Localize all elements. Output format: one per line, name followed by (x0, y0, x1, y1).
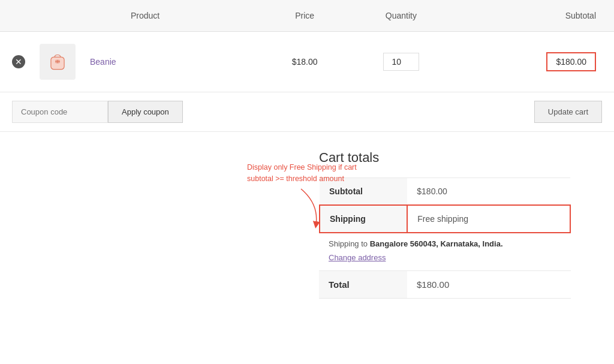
product-name-cell: Beanie (83, 32, 262, 92)
coupon-input[interactable] (12, 101, 108, 123)
col-remove-header (0, 0, 32, 32)
shipping-value: Free shipping (407, 205, 570, 233)
coupon-section: Apply coupon (12, 101, 183, 123)
product-link[interactable]: Beanie (90, 57, 116, 67)
product-subtotal-cell: $180.00 (455, 32, 614, 92)
total-table: Total $180.00 (319, 270, 571, 299)
apply-coupon-button[interactable]: Apply coupon (108, 101, 183, 123)
cart-totals-section: Display only Free Shipping if cart subto… (0, 132, 614, 317)
col-image-header (32, 0, 83, 32)
shipping-row: Shipping Free shipping (320, 205, 570, 233)
annotation-text: Display only Free Shipping if cart subto… (247, 162, 361, 185)
total-label: Total (319, 271, 407, 299)
totals-table: Subtotal $180.00 Shipping Free shipping (319, 178, 571, 233)
coupon-row: Apply coupon Update cart (0, 92, 614, 132)
remove-item-button[interactable]: ✕ (12, 55, 25, 68)
product-image-cell (32, 32, 83, 92)
total-value: $180.00 (407, 271, 571, 299)
annotation-arrow (295, 186, 343, 234)
product-quantity-cell (347, 32, 455, 92)
update-cart-button[interactable]: Update cart (534, 101, 602, 123)
table-row: ✕ Beanie (0, 32, 614, 92)
shipping-address-bold: Bangalore 560043, Karnataka, India. (370, 239, 503, 248)
remove-cell: ✕ (0, 32, 32, 92)
product-icon (46, 50, 69, 73)
subtotal-value: $180.00 (546, 52, 596, 71)
product-price-cell: $18.00 (262, 32, 347, 92)
col-product-header: Product (83, 0, 262, 32)
quantity-input[interactable] (383, 53, 419, 71)
col-quantity-header: Quantity (347, 0, 455, 32)
col-price-header: Price (262, 0, 347, 32)
change-address-link[interactable]: Change address (319, 251, 571, 270)
col-subtotal-header: Subtotal (455, 0, 614, 32)
shipping-address: Shipping to Bangalore 560043, Karnataka,… (319, 233, 571, 251)
product-image (40, 44, 76, 80)
subtotal-total-value: $180.00 (407, 178, 570, 206)
cart-table: Product Price Quantity Subtotal ✕ (0, 0, 614, 92)
total-row: Total $180.00 (319, 271, 571, 299)
